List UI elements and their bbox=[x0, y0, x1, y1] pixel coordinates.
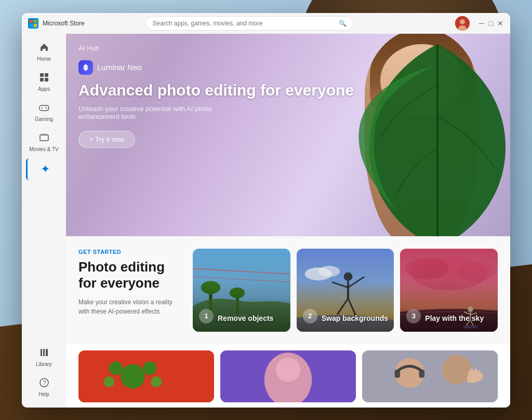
svg-rect-3 bbox=[34, 23, 37, 26]
sidebar-item-library[interactable]: Library bbox=[26, 343, 62, 371]
svg-point-57 bbox=[103, 376, 114, 387]
avatar[interactable] bbox=[455, 16, 470, 31]
titlebar: Microsoft Store 🔍 ─ □ ✕ bbox=[22, 13, 510, 34]
feature-card-2-number: 2 bbox=[303, 309, 317, 323]
sidebar-item-gaming-label: Gaming bbox=[35, 116, 53, 122]
feature-card-2-label: Swap backgrounds bbox=[322, 314, 388, 323]
sidebar-item-movies-tv-label: Movies & TV bbox=[29, 146, 59, 152]
svg-rect-10 bbox=[45, 78, 48, 82]
search-bar[interactable]: 🔍 bbox=[145, 16, 353, 31]
ai-sparkle-icon: ✦ bbox=[41, 162, 50, 176]
svg-rect-22 bbox=[46, 349, 48, 356]
library-icon bbox=[39, 347, 49, 360]
hero-cta-button[interactable]: > Try it now bbox=[78, 131, 135, 148]
svg-point-5 bbox=[460, 19, 465, 24]
hero-tag: AI Hub bbox=[78, 44, 354, 52]
feature-card-play-sky[interactable]: 3 Play with the sky bbox=[400, 249, 498, 332]
hero-app-name: Luminar Neo bbox=[97, 63, 142, 72]
hero-banner: AI Hub Luminar Neo Advanced photo editin… bbox=[66, 34, 510, 236]
cards-section-heading: Photo editing for everyone bbox=[78, 259, 182, 291]
apps-icon bbox=[39, 72, 49, 85]
svg-rect-2 bbox=[30, 23, 33, 26]
minimize-button[interactable]: ─ bbox=[478, 20, 485, 27]
bottom-tile-2[interactable] bbox=[220, 350, 356, 402]
feature-card-1-label: Remove objects bbox=[218, 314, 273, 323]
svg-point-61 bbox=[276, 357, 300, 382]
hero-content: AI Hub Luminar Neo Advanced photo editin… bbox=[78, 44, 354, 148]
svg-rect-16 bbox=[40, 135, 48, 141]
svg-point-54 bbox=[121, 364, 145, 388]
feature-cards: HOLLYWOOD 1 Remove objects bbox=[193, 249, 498, 332]
svg-text:?: ? bbox=[43, 380, 46, 386]
gaming-icon bbox=[39, 102, 49, 115]
hero-leaf bbox=[354, 34, 510, 236]
hero-subtitle: Unleash your creative potential with AI … bbox=[78, 105, 224, 120]
svg-rect-9 bbox=[40, 78, 44, 82]
app-window: Microsoft Store 🔍 ─ □ ✕ bbox=[22, 13, 510, 408]
sidebar-item-home[interactable]: Home bbox=[26, 38, 62, 66]
luminar-icon bbox=[78, 60, 93, 75]
titlebar-actions: ─ □ ✕ bbox=[455, 16, 504, 31]
hero-title: Advanced photo editing for everyone bbox=[78, 81, 354, 100]
home-icon bbox=[39, 42, 49, 55]
bottom-tile-3[interactable] bbox=[362, 350, 498, 402]
svg-rect-64 bbox=[395, 369, 400, 377]
store-logo bbox=[28, 18, 38, 29]
svg-rect-53 bbox=[78, 350, 214, 402]
cards-section-description: Make your creative vision a reality with… bbox=[78, 297, 182, 316]
main-layout: Home Apps bbox=[22, 34, 510, 408]
svg-point-14 bbox=[45, 107, 46, 108]
sidebar-item-library-label: Library bbox=[36, 361, 52, 367]
svg-rect-7 bbox=[40, 73, 44, 77]
svg-rect-1 bbox=[34, 20, 37, 23]
svg-point-58 bbox=[151, 376, 162, 387]
app-title: Microsoft Store bbox=[43, 20, 85, 27]
sidebar-item-help[interactable]: ? Help bbox=[26, 373, 62, 401]
bottom-tiles bbox=[66, 344, 510, 408]
help-icon: ? bbox=[39, 377, 49, 390]
sidebar-item-help-label: Help bbox=[38, 391, 49, 397]
sidebar-item-movies-tv[interactable]: Movies & TV bbox=[26, 128, 62, 156]
svg-rect-21 bbox=[43, 349, 45, 356]
ai-icon-container: ✦ bbox=[41, 162, 50, 176]
svg-rect-8 bbox=[45, 73, 48, 77]
cards-section: GET STARTED Photo editing for everyone M… bbox=[66, 236, 510, 344]
feature-card-swap-backgrounds[interactable]: 2 Swap backgrounds bbox=[297, 249, 394, 332]
sidebar-item-apps[interactable]: Apps bbox=[26, 68, 62, 96]
window-controls: ─ □ ✕ bbox=[478, 20, 504, 27]
sidebar: Home Apps bbox=[22, 34, 66, 408]
svg-point-56 bbox=[143, 361, 156, 375]
hero-app-badge: Luminar Neo bbox=[78, 60, 354, 75]
sidebar-item-gaming[interactable]: Gaming bbox=[26, 98, 62, 126]
feature-card-3-label: Play with the sky bbox=[425, 314, 484, 323]
search-icon: 🔍 bbox=[339, 20, 347, 27]
maximize-button[interactable]: □ bbox=[487, 20, 495, 27]
svg-point-15 bbox=[46, 108, 47, 109]
sidebar-item-ai[interactable]: ✦ bbox=[26, 158, 62, 180]
bottom-tile-1[interactable] bbox=[78, 350, 214, 402]
content-area: AI Hub Luminar Neo Advanced photo editin… bbox=[66, 34, 510, 408]
svg-point-55 bbox=[109, 361, 123, 375]
svg-rect-65 bbox=[419, 369, 424, 377]
feature-card-1-number: 1 bbox=[199, 309, 214, 323]
svg-rect-11 bbox=[39, 105, 49, 111]
close-button[interactable]: ✕ bbox=[497, 20, 504, 27]
cards-left: GET STARTED Photo editing for everyone M… bbox=[78, 249, 182, 332]
sidebar-item-apps-label: Apps bbox=[38, 86, 50, 92]
feature-card-3-number: 3 bbox=[406, 309, 421, 323]
svg-rect-20 bbox=[41, 349, 42, 356]
search-input[interactable] bbox=[152, 20, 335, 27]
sidebar-item-home-label: Home bbox=[37, 56, 51, 62]
get-started-label: GET STARTED bbox=[78, 249, 182, 255]
feature-card-remove-objects[interactable]: HOLLYWOOD 1 Remove objects bbox=[193, 249, 290, 332]
svg-rect-0 bbox=[30, 20, 33, 23]
movies-tv-icon bbox=[39, 132, 49, 145]
